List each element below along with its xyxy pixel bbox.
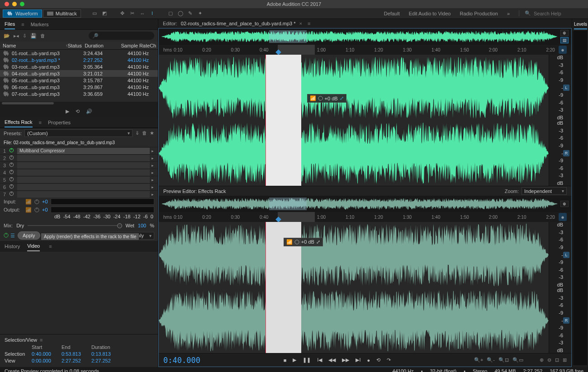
slot-power-icon[interactable] bbox=[9, 162, 17, 168]
workspace-radio[interactable]: Radio Production bbox=[460, 11, 498, 16]
pin-icon[interactable]: ⎈ bbox=[559, 46, 567, 54]
save-icon[interactable]: 💾 bbox=[30, 33, 37, 39]
slot-effect-name[interactable] bbox=[17, 162, 150, 169]
output-gain-value[interactable]: +0 bbox=[42, 207, 48, 212]
files-play-icon[interactable]: ▶ bbox=[66, 108, 69, 114]
forward-icon[interactable]: ▶▶ bbox=[342, 357, 349, 363]
preview-pan-icon[interactable]: ⊕ bbox=[560, 201, 569, 207]
tab-history[interactable]: History bbox=[5, 242, 20, 251]
slip-tool-icon[interactable]: ↔ bbox=[138, 9, 147, 18]
zoom-out-v-icon[interactable]: ⊖ bbox=[547, 357, 551, 363]
slot-effect-name[interactable] bbox=[17, 170, 150, 176]
go-start-icon[interactable]: I◀ bbox=[317, 357, 322, 363]
tab-properties[interactable]: Properties bbox=[48, 118, 71, 127]
tab-files[interactable]: Files bbox=[5, 19, 15, 29]
tab-effects-rack[interactable]: Effects Rack bbox=[5, 118, 33, 127]
delete-icon[interactable]: 🗑 bbox=[40, 33, 45, 38]
pause-icon[interactable]: ❚❚ bbox=[303, 357, 311, 363]
slot-expand-icon[interactable]: ▸ bbox=[152, 185, 158, 189]
slot-effect-name[interactable]: Multiband Compressor bbox=[17, 148, 150, 154]
preview-pin-icon[interactable]: ⎈ bbox=[559, 213, 567, 221]
move-tool-icon[interactable]: ✥ bbox=[118, 9, 127, 18]
slot-effect-name[interactable] bbox=[17, 191, 150, 198]
view-end[interactable]: 2:27.252 bbox=[62, 358, 90, 363]
output-knob-icon[interactable] bbox=[34, 207, 39, 212]
time-selection-tool-icon[interactable]: Ｉ bbox=[148, 9, 157, 18]
new-file-icon[interactable]: ▸◂ bbox=[14, 33, 19, 39]
import-icon[interactable]: ⇩ bbox=[23, 33, 27, 39]
slot-power-icon[interactable] bbox=[9, 155, 17, 161]
sel-end[interactable]: 0:53.813 bbox=[62, 351, 90, 357]
gain-hud-preview[interactable]: 📶 +0 dB ⤢ bbox=[284, 238, 323, 246]
slot-expand-icon[interactable]: ▸ bbox=[152, 170, 158, 175]
slot-expand-icon[interactable]: ▸ bbox=[152, 178, 158, 182]
history-menu-icon[interactable]: ≡ bbox=[49, 244, 52, 249]
timecode[interactable]: 0:40.000 bbox=[163, 356, 200, 365]
save-preset-icon[interactable]: ⇓ bbox=[135, 130, 139, 136]
preview-waveform-view[interactable]: 📶 +0 dB ⤢ bbox=[159, 222, 549, 353]
effect-slot[interactable]: 7 ▸ bbox=[0, 190, 158, 198]
stop-icon[interactable]: ■ bbox=[284, 358, 287, 363]
workspace-default[interactable]: Default bbox=[384, 11, 400, 16]
preview-timeline[interactable]: hms 0:100:200:300:400:501:001:101:201:30… bbox=[159, 212, 571, 222]
slot-power-icon[interactable] bbox=[9, 170, 17, 175]
spot-heal-tool-icon[interactable]: ✦ bbox=[196, 9, 205, 18]
zoom-full-icon[interactable]: 🔍⊡ bbox=[498, 357, 509, 363]
file-row[interactable]: 02-root...b-yard.mp3 * 2:27.25244100 Hz bbox=[0, 57, 158, 63]
selview-menu-icon[interactable]: ≡ bbox=[40, 337, 43, 343]
razor-tool-icon[interactable]: ✂ bbox=[128, 9, 137, 18]
files-scrollbar[interactable] bbox=[0, 102, 158, 105]
multitrack-mode-button[interactable]: Multitrack bbox=[43, 9, 81, 18]
effect-slot[interactable]: 2 ▸ bbox=[0, 154, 158, 161]
slot-power-icon[interactable] bbox=[9, 184, 17, 190]
skip-icon[interactable]: ↷ bbox=[387, 357, 391, 363]
zoom-sel-icon[interactable]: 🔍▭ bbox=[512, 357, 523, 363]
search-help-input[interactable] bbox=[534, 11, 579, 16]
waveview-icon[interactable]: ▤ bbox=[560, 37, 569, 43]
delete-preset-icon[interactable]: 🗑 bbox=[142, 130, 147, 136]
effect-slot[interactable]: 3 ▸ bbox=[0, 161, 158, 169]
record-icon[interactable]: ● bbox=[367, 358, 370, 363]
effect-slot[interactable]: 6 ▸ bbox=[0, 183, 158, 190]
effect-slot[interactable]: 5 ▸ bbox=[0, 176, 158, 183]
zoom-combo[interactable]: Independent bbox=[522, 187, 567, 195]
go-end-icon[interactable]: ▶I bbox=[356, 357, 360, 363]
effect-slot[interactable]: 4 ▸ bbox=[0, 169, 158, 176]
tab-levels[interactable]: Levels bbox=[574, 20, 587, 29]
brush-tool-icon[interactable]: ✎ bbox=[186, 9, 195, 18]
files-autoplay-icon[interactable]: 🔊 bbox=[86, 108, 92, 114]
preview-overview[interactable]: ⊕ bbox=[159, 196, 571, 212]
sel-dur[interactable]: 0:13.813 bbox=[91, 351, 119, 357]
slot-expand-icon[interactable]: ▸ bbox=[152, 192, 158, 197]
main-timeline[interactable]: hms 0:100:200:300:400:501:001:101:201:30… bbox=[159, 45, 571, 55]
files-list[interactable]: 01-root...ub-yard.mp3 3:24.43444100 Hz 0… bbox=[0, 50, 158, 102]
file-row[interactable]: 01-root...ub-yard.mp3 3:24.43444100 Hz bbox=[0, 50, 158, 57]
slot-power-icon[interactable] bbox=[9, 177, 17, 183]
pan-icon[interactable]: ⊕ bbox=[560, 30, 569, 36]
mix-slider[interactable] bbox=[28, 225, 122, 226]
files-filter-input[interactable] bbox=[99, 33, 151, 38]
zoom-in-v-icon[interactable]: ⊕ bbox=[540, 357, 544, 363]
gain-hud-main[interactable]: 📶 +0 dB ⤢ bbox=[307, 94, 346, 103]
zoom-opt-icon[interactable]: ⊞ bbox=[563, 357, 567, 363]
lasso-tool-icon[interactable]: ◯ bbox=[176, 9, 185, 18]
apply-button[interactable]: Apply bbox=[18, 231, 40, 240]
tab-video[interactable]: Video bbox=[27, 241, 40, 251]
window-zoom-button[interactable] bbox=[20, 2, 24, 6]
file-row[interactable]: 07-root...ub-yard.mp3 3:36.65944100 Hz bbox=[0, 90, 158, 97]
rack-power-icon[interactable] bbox=[4, 233, 9, 238]
zoom-out-icon[interactable]: 🔍- bbox=[487, 357, 495, 363]
files-menu-icon[interactable]: ≡ bbox=[21, 22, 24, 27]
files-loop-icon[interactable]: ⟲ bbox=[76, 108, 80, 114]
view-start[interactable]: 0:00.000 bbox=[32, 358, 60, 363]
slot-effect-name[interactable] bbox=[17, 155, 150, 161]
input-gain-value[interactable]: +0 bbox=[42, 199, 48, 204]
slot-effect-name[interactable] bbox=[17, 184, 150, 190]
slot-expand-icon[interactable]: ▸ bbox=[152, 163, 158, 168]
slot-power-icon[interactable] bbox=[9, 191, 17, 197]
close-file-icon[interactable]: × bbox=[299, 21, 302, 26]
waveform-mode-button[interactable]: Waveform bbox=[3, 9, 42, 18]
file-row[interactable]: 04-root...ub-yard.mp3 3:21.01244100 Hz bbox=[0, 70, 158, 77]
hud-toggle-icon[interactable]: ▭ bbox=[90, 9, 99, 18]
loop-icon[interactable]: ⟲ bbox=[376, 357, 380, 363]
